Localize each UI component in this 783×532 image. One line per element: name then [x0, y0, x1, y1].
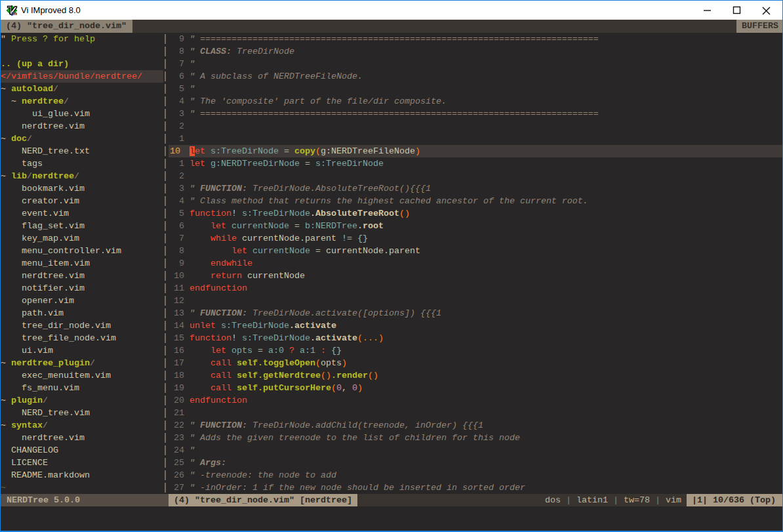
svg-text:im: im [11, 10, 17, 16]
